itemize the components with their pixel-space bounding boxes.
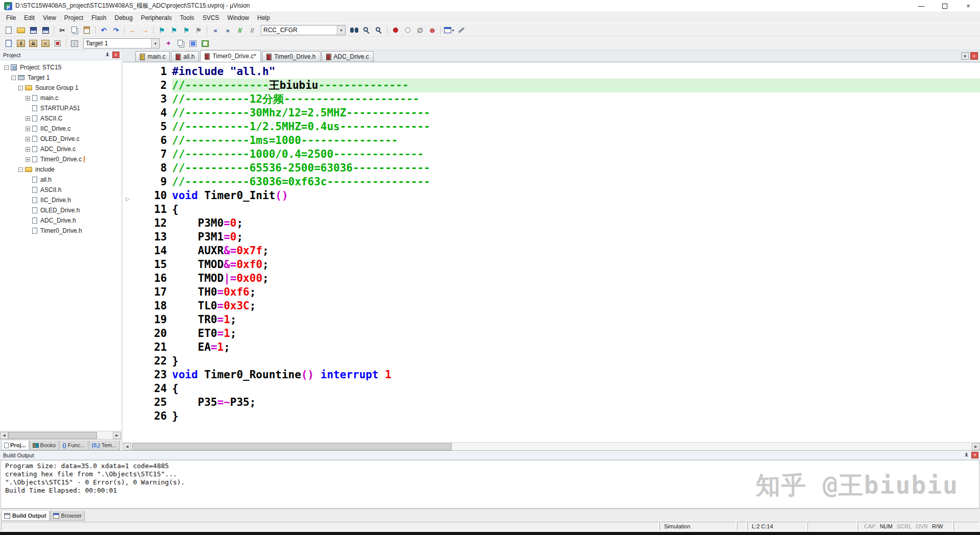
code-line[interactable]: //----------1ms=1000---------------	[172, 134, 980, 148]
code-line[interactable]: {	[172, 203, 980, 216]
stop-build-icon[interactable]	[52, 38, 63, 48]
scrollbar-thumb[interactable]	[8, 432, 97, 439]
insert-breakpoint-icon[interactable]	[390, 25, 401, 35]
tree-item-iic-drive-h[interactable]: IIC_Drive.h	[0, 195, 121, 205]
code-line[interactable]: ET0=1;	[172, 327, 980, 341]
combo-dropdown-icon[interactable]: ▾	[151, 39, 159, 48]
editor-horizontal-scrollbar[interactable]: ◀ ▶	[123, 442, 980, 450]
doc-tab-timer0-drive-c[interactable]: Timer0_Drive.c*	[200, 50, 261, 62]
menu-item-edit[interactable]: Edit	[20, 13, 39, 22]
tree-item-iic-drive-c[interactable]: +IIC_Drive.c	[0, 124, 121, 134]
combo-dropdown-icon[interactable]: ▾	[337, 26, 345, 35]
cut-icon[interactable]: ✂	[57, 25, 68, 35]
save-all-icon[interactable]	[40, 25, 51, 35]
panel-tab-books[interactable]: Books	[30, 441, 59, 450]
maximize-button[interactable]	[933, 0, 957, 12]
menu-item-help[interactable]: Help	[253, 13, 274, 22]
save-icon[interactable]	[28, 25, 39, 35]
bottom-tab-build-output[interactable]: Build Output	[1, 511, 50, 521]
code-line[interactable]: TMOD&=0xf0;	[172, 258, 980, 272]
menu-item-debug[interactable]: Debug	[111, 13, 137, 22]
tree-item-timer0-drive-c[interactable]: +Timer0_Drive.c	[0, 154, 121, 164]
uncomment-icon[interactable]: //	[247, 25, 258, 35]
doc-tab-all-h[interactable]: all.h	[171, 51, 199, 62]
tree-item-main-c[interactable]: +main.c	[0, 93, 121, 103]
download-to-flash-icon[interactable]: ↓	[69, 38, 80, 48]
code-editor[interactable]: ▷ 12345678910111213141516171819202122232…	[123, 62, 980, 442]
code-line[interactable]: //----------30Mhz/12=2.5MHZ-------------	[172, 106, 980, 120]
tree-item-include[interactable]: -include	[0, 164, 121, 175]
window-layout-icon[interactable]: ▾	[444, 25, 455, 35]
comment-icon[interactable]: //	[234, 25, 246, 35]
build-output-close-button[interactable]: ×	[971, 452, 978, 458]
menu-item-file[interactable]: File	[2, 13, 20, 22]
tree-item-all-h[interactable]: all.h	[0, 175, 121, 185]
code-line[interactable]: }	[172, 354, 980, 368]
menu-item-window[interactable]: Window	[223, 13, 253, 22]
code-line[interactable]: }	[172, 409, 980, 423]
kill-all-breakpoints-icon[interactable]: ⊗	[427, 25, 438, 35]
tree-item-project-stc15[interactable]: -Project: STC15	[0, 62, 121, 72]
bottom-tab-browser[interactable]: Browser	[50, 511, 85, 521]
code-line[interactable]: P3M0=0;	[172, 216, 980, 230]
code-line[interactable]: //----------63036=0xf63c----------------	[172, 175, 980, 189]
options-for-target-icon[interactable]: ✦	[163, 38, 174, 48]
pin-icon[interactable]	[105, 52, 110, 58]
menu-item-flash[interactable]: Flash	[87, 13, 110, 22]
code-line[interactable]: P35=~P35;	[172, 396, 980, 409]
bookmark-next-icon[interactable]: ⚑	[181, 25, 192, 35]
software-packs-icon[interactable]: ▤	[187, 38, 199, 48]
build-icon[interactable]: ⇓	[15, 38, 27, 48]
redo-icon[interactable]: ↷	[110, 25, 121, 35]
menu-item-tools[interactable]: Tools	[176, 13, 199, 22]
navigate-back-icon[interactable]: ←	[127, 25, 138, 35]
code-line[interactable]: #include "all.h"	[172, 65, 980, 79]
tree-item-ascii-c[interactable]: +ASCII.C	[0, 113, 121, 124]
configure-icon[interactable]	[456, 25, 467, 35]
undo-icon[interactable]: ↶	[98, 25, 109, 35]
manage-run-time-environment-icon[interactable]: ▦	[200, 38, 211, 48]
code-line[interactable]: TMOD|=0x00;	[172, 272, 980, 285]
tree-item-timer0-drive-h[interactable]: Timer0_Drive.h	[0, 226, 121, 236]
project-panel-close-button[interactable]: ×	[112, 52, 119, 58]
scroll-left-icon[interactable]: ◀	[0, 432, 8, 439]
find-icon[interactable]	[361, 25, 372, 35]
tree-item-oled-drive-h[interactable]: OLED_Drive.h	[0, 205, 121, 215]
tree-item-ascii-h[interactable]: ASCII.h	[0, 185, 121, 195]
pin-icon[interactable]	[964, 452, 969, 458]
scroll-right-icon[interactable]: ▶	[113, 432, 121, 439]
translate-file-icon[interactable]	[3, 38, 14, 48]
code-line[interactable]: {	[172, 382, 980, 396]
code-line[interactable]: void Timer0_Rountine() interrupt 1	[172, 368, 980, 382]
disable-all-breakpoints-icon[interactable]: ∅	[414, 25, 426, 35]
code-line[interactable]: void Timer0_Init()	[172, 189, 980, 203]
code-lines[interactable]: #include "all.h"//-------------王biubiu--…	[172, 62, 980, 442]
tree-item-startup-a51[interactable]: STARTUP.A51	[0, 103, 121, 113]
panel-tab-func[interactable]: {}Func...	[59, 441, 88, 450]
menu-item-svcs[interactable]: SVCS	[199, 13, 224, 22]
code-line[interactable]: TR0=1;	[172, 313, 980, 327]
target-select-combo[interactable]: Target 1 ▾	[83, 38, 160, 48]
code-line[interactable]: //-------------王biubiu--------------	[172, 79, 980, 92]
unindent-icon[interactable]: «	[210, 25, 221, 35]
bookmark-toggle-icon[interactable]: ⚑	[156, 25, 167, 35]
find-in-files-icon[interactable]	[349, 25, 360, 35]
code-line[interactable]: AUXR&=0x7f;	[172, 244, 980, 258]
scrollbar-thumb[interactable]	[132, 443, 452, 450]
incremental-find-icon[interactable]	[373, 25, 384, 35]
code-line[interactable]: //----------65536-2500=63036------------	[172, 161, 980, 175]
panel-tab-proj[interactable]: Proj...	[1, 441, 29, 450]
new-file-icon[interactable]	[3, 25, 14, 35]
project-horizontal-scrollbar[interactable]: ◀ ▶	[0, 431, 121, 439]
file-extensions-icon[interactable]	[175, 38, 186, 48]
find-text-combo[interactable]: RCC_CFGR ▾	[261, 25, 346, 35]
close-button[interactable]: ×	[957, 0, 980, 12]
menu-item-project[interactable]: Project	[60, 13, 87, 22]
enable-breakpoint-icon[interactable]	[402, 25, 413, 35]
indent-icon[interactable]: »	[222, 25, 233, 35]
bookmark-previous-icon[interactable]: ⚑	[168, 25, 180, 35]
tree-item-oled-drive-c[interactable]: +OLED_Drive.c	[0, 134, 121, 144]
code-line[interactable]: EA=1;	[172, 341, 980, 354]
scroll-right-icon[interactable]: ▶	[972, 443, 980, 450]
rebuild-all-icon[interactable]: ⇊	[28, 38, 39, 48]
